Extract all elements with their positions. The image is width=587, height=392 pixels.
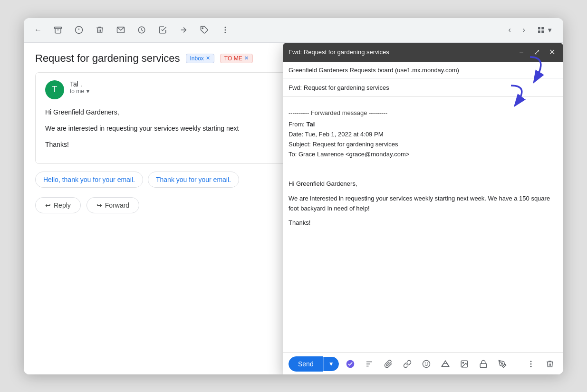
lock-icon-btn[interactable] xyxy=(476,356,491,372)
tome-badge[interactable]: TO ME ✕ xyxy=(220,54,253,63)
toolbar-right: ‹ › ▼ xyxy=(503,23,556,37)
chevron-down-icon: ▼ xyxy=(85,88,91,95)
label-icon-btn[interactable] xyxy=(197,22,212,38)
inbox-badge[interactable]: Inbox ✕ xyxy=(186,54,214,63)
compose-popup: Fwd: Request for gardening services − ⤢ … xyxy=(283,43,563,374)
svg-point-23 xyxy=(530,363,532,364)
to-line: To: Grace Lawrence <grace@monday.com> xyxy=(289,150,558,160)
svg-point-8 xyxy=(225,29,226,31)
compose-minimize-button[interactable]: − xyxy=(516,47,527,58)
more-options-icon-btn[interactable] xyxy=(523,356,539,372)
pen-icon-btn[interactable] xyxy=(495,356,510,372)
trash-icon-btn[interactable] xyxy=(92,22,107,38)
compose-header: Fwd: Request for gardening services − ⤢ … xyxy=(283,43,563,62)
more-vert-icon-btn[interactable] xyxy=(218,22,233,38)
subject-line: Subject: Request for gardening services xyxy=(289,140,558,150)
svg-rect-0 xyxy=(55,27,62,29)
format-text-icon-btn[interactable] xyxy=(362,356,377,372)
compose-subject-field[interactable]: Fwd: Request for gardening services xyxy=(283,79,563,97)
reply-button[interactable]: ↩ Reply xyxy=(35,197,81,213)
compose-close-button[interactable]: ✕ xyxy=(546,47,558,58)
smart-reply-1[interactable]: Hello, thank you for your email. xyxy=(35,172,143,188)
forward-button[interactable]: ↪ Forward xyxy=(87,197,139,213)
svg-point-24 xyxy=(530,365,532,367)
browser-toolbar: ← ‹ › xyxy=(24,18,563,43)
forwarded-header: ---------- Forwarded message --------- xyxy=(289,108,558,118)
svg-rect-11 xyxy=(541,27,544,29)
monday-icon-btn[interactable] xyxy=(343,356,358,372)
svg-point-6 xyxy=(202,28,203,29)
mail-icon-btn[interactable] xyxy=(113,22,128,38)
email-view: Request for gardening services Inbox ✕ T… xyxy=(24,43,563,374)
discard-draft-icon-btn[interactable] xyxy=(542,356,558,372)
drive-icon-btn[interactable] xyxy=(438,356,453,372)
body-greeting: Hi Greenfield Gardeners, xyxy=(289,179,558,189)
compose-maximize-button[interactable]: ⤢ xyxy=(531,47,542,58)
prev-email-button[interactable]: ‹ xyxy=(503,23,516,37)
grid-view-button[interactable]: ▼ xyxy=(534,24,556,36)
send-btn-group: Send ▼ xyxy=(289,356,339,372)
report-icon-btn[interactable] xyxy=(71,22,87,38)
nav-arrows: ‹ › xyxy=(503,23,530,37)
reply-icon: ↩ xyxy=(45,201,51,209)
svg-point-9 xyxy=(225,32,226,33)
svg-rect-13 xyxy=(541,30,544,33)
avatar: T xyxy=(45,80,64,99)
svg-point-15 xyxy=(423,360,430,367)
back-button[interactable]: ← xyxy=(31,23,45,37)
compose-header-icons: − ⤢ ✕ xyxy=(516,47,558,58)
svg-point-7 xyxy=(225,27,226,28)
date-line: Date: Tue, Feb 1, 2022 at 4:09 PM xyxy=(289,130,558,140)
send-button[interactable]: Send xyxy=(289,356,323,372)
compose-footer: Send ▼ xyxy=(283,352,563,374)
inbox-badge-close[interactable]: ✕ xyxy=(206,55,210,61)
svg-point-22 xyxy=(530,361,532,362)
compose-body[interactable]: ---------- Forwarded message --------- F… xyxy=(283,97,563,352)
clock-icon-btn[interactable] xyxy=(134,22,149,38)
emoji-icon-btn[interactable] xyxy=(419,356,434,372)
email-subject-title: Request for gardening services xyxy=(35,52,180,65)
grid-icon: ▼ xyxy=(547,27,553,34)
svg-point-19 xyxy=(462,362,463,363)
send-dropdown-button[interactable]: ▼ xyxy=(323,357,339,371)
svg-rect-10 xyxy=(538,27,540,29)
link-icon-btn[interactable] xyxy=(400,356,415,372)
svg-point-21 xyxy=(501,363,502,364)
compose-title: Fwd: Request for gardening services xyxy=(289,48,516,56)
body-thanks: Thanks! xyxy=(289,218,558,228)
next-email-button[interactable]: › xyxy=(517,23,530,37)
from-line: From: Tal xyxy=(289,120,558,130)
svg-rect-20 xyxy=(480,363,487,367)
body-text: We are interested in requesting your ser… xyxy=(289,194,558,214)
attach-icon-btn[interactable] xyxy=(381,356,396,372)
archive-icon-btn[interactable] xyxy=(50,22,66,38)
forward-icon: ↪ xyxy=(96,201,102,209)
move-icon-btn[interactable] xyxy=(176,22,191,38)
photo-icon-btn[interactable] xyxy=(457,356,472,372)
task-icon-btn[interactable] xyxy=(155,22,170,38)
svg-rect-12 xyxy=(538,30,540,33)
smart-reply-2[interactable]: Thank you for your email. xyxy=(148,172,239,188)
tome-badge-close[interactable]: ✕ xyxy=(244,55,249,61)
compose-to-field[interactable]: Greenfield Gardeners Requests board (use… xyxy=(283,62,563,79)
